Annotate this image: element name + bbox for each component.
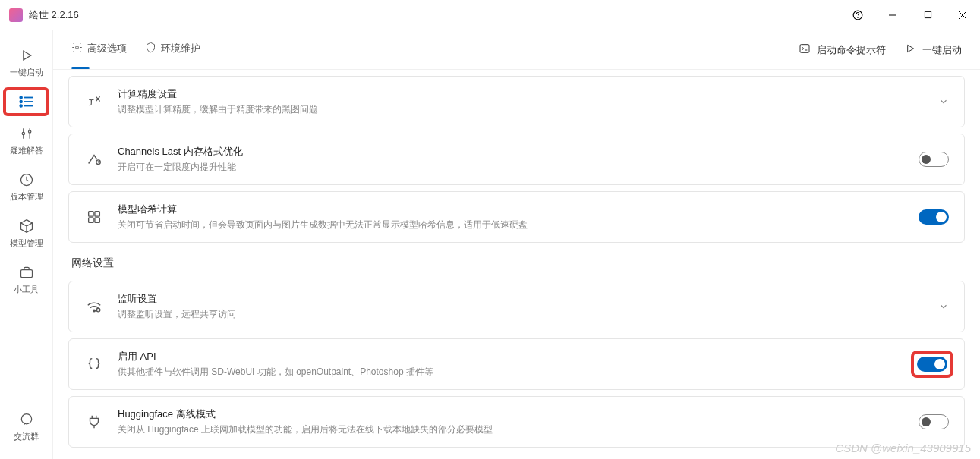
card-listen[interactable]: 监听设置 调整监听设置，远程共享访问 xyxy=(68,281,965,332)
svg-point-26 xyxy=(93,310,96,312)
app-icon xyxy=(9,8,23,22)
exponent-icon xyxy=(84,92,104,112)
hash-icon xyxy=(84,207,104,227)
sidebar-item-label: 版本管理 xyxy=(10,191,43,203)
history-icon xyxy=(18,171,35,188)
terminal-icon xyxy=(799,42,811,57)
chat-icon xyxy=(18,411,35,428)
tab-advanced[interactable]: 高级选项 xyxy=(71,42,127,58)
one-click-launch-button[interactable]: 一键启动 xyxy=(904,42,962,57)
svg-point-13 xyxy=(22,132,24,134)
svg-rect-23 xyxy=(95,212,99,216)
toolbar: 高级选项 环境维护 启动命令提示符 一键启动 xyxy=(53,30,980,70)
svg-point-12 xyxy=(20,105,22,107)
card-title: Huggingface 离线模式 xyxy=(118,407,905,421)
svg-point-10 xyxy=(20,96,22,99)
memory-icon xyxy=(84,149,104,169)
svg-point-18 xyxy=(76,46,79,49)
sidebar-item-label: 交流群 xyxy=(14,431,39,442)
action-label: 一键启动 xyxy=(922,43,962,57)
card-desc: 开启可在一定限度内提升性能 xyxy=(118,161,905,174)
sidebar: 一键启动 疑难解答 版本管理 模型管理 小工具 交流群 xyxy=(0,30,53,459)
tab-label: 高级选项 xyxy=(87,42,127,55)
list-icon xyxy=(18,93,35,110)
svg-point-11 xyxy=(20,101,22,103)
app-title: 绘世 2.2.16 xyxy=(29,8,79,22)
card-title: Channels Last 内存格式优化 xyxy=(118,145,905,159)
tools-icon xyxy=(18,125,35,142)
action-label: 启动命令提示符 xyxy=(817,43,886,57)
svg-rect-19 xyxy=(800,45,809,53)
sidebar-item-version[interactable]: 版本管理 xyxy=(5,167,48,207)
sidebar-item-label: 小工具 xyxy=(14,284,39,295)
minimize-button[interactable] xyxy=(875,0,910,30)
card-title: 启用 API xyxy=(118,350,902,363)
hf-offline-toggle[interactable] xyxy=(919,414,949,429)
card-desc: 关闭可节省启动时间，但会导致页面内与图片生成数据中无法正常显示模型哈希信息，适用… xyxy=(118,218,905,231)
help-button[interactable] xyxy=(840,0,875,30)
gear-icon xyxy=(71,42,83,55)
card-channels-last: Channels Last 内存格式优化 开启可在一定限度内提升性能 xyxy=(68,134,965,185)
sidebar-item-launch[interactable]: 一键启动 xyxy=(5,42,48,83)
open-terminal-button[interactable]: 启动命令提示符 xyxy=(799,42,886,57)
card-api: 启用 API 供其他插件与软件调用 SD-WebUI 功能，如 openOutp… xyxy=(68,338,965,390)
svg-rect-25 xyxy=(95,218,99,222)
card-hf-offline: Huggingface 离线模式 关闭从 Huggingface 上联网加载模型… xyxy=(68,396,965,448)
svg-rect-16 xyxy=(20,270,32,278)
svg-marker-6 xyxy=(23,51,30,60)
close-button[interactable] xyxy=(945,0,980,30)
svg-marker-20 xyxy=(908,45,914,52)
sidebar-item-models[interactable]: 模型管理 xyxy=(5,213,48,253)
hash-toggle[interactable] xyxy=(919,209,949,225)
section-network-title: 网络设置 xyxy=(71,256,965,270)
svg-rect-3 xyxy=(925,11,931,17)
chevron-down-icon xyxy=(938,301,949,312)
card-title: 监听设置 xyxy=(118,292,925,306)
sidebar-item-label: 模型管理 xyxy=(10,237,43,249)
sidebar-item-settings[interactable] xyxy=(5,89,48,115)
svg-rect-22 xyxy=(89,212,93,216)
card-precision[interactable]: 计算精度设置 调整模型计算精度，缓解由于精度带来的黑图问题 xyxy=(68,76,965,127)
plug-icon xyxy=(84,412,104,432)
sidebar-item-troubleshoot[interactable]: 疑难解答 xyxy=(5,121,48,161)
card-desc: 调整监听设置，远程共享访问 xyxy=(118,308,925,321)
svg-point-1 xyxy=(858,17,859,17)
sidebar-item-label: 一键启动 xyxy=(10,67,43,78)
svg-point-14 xyxy=(28,130,30,133)
sidebar-item-tools[interactable]: 小工具 xyxy=(5,259,48,300)
card-desc: 供其他插件与软件调用 SD-WebUI 功能，如 openOutpaint、Ph… xyxy=(118,366,902,379)
svg-rect-24 xyxy=(89,218,93,222)
card-desc: 关闭从 Huggingface 上联网加载模型的功能，启用后将无法在线下载本地缺… xyxy=(118,423,905,436)
card-title: 计算精度设置 xyxy=(118,87,925,101)
toolbox-icon xyxy=(18,264,35,281)
api-toggle[interactable] xyxy=(917,357,947,372)
tab-maintenance[interactable]: 环境维护 xyxy=(145,42,200,58)
sidebar-item-community[interactable]: 交流群 xyxy=(5,407,48,447)
wifi-icon xyxy=(84,297,104,316)
card-title: 模型哈希计算 xyxy=(118,203,905,216)
play-icon xyxy=(18,47,35,64)
tab-label: 环境维护 xyxy=(161,42,200,55)
sidebar-item-label: 疑难解答 xyxy=(10,145,43,156)
svg-point-17 xyxy=(21,414,31,424)
cube-icon xyxy=(18,218,35,234)
play-icon xyxy=(904,42,916,57)
maximize-button[interactable] xyxy=(910,0,945,30)
content: 计算精度设置 调整模型计算精度，缓解由于精度带来的黑图问题 Channels L… xyxy=(53,70,980,459)
card-hash: 模型哈希计算 关闭可节省启动时间，但会导致页面内与图片生成数据中无法正常显示模型… xyxy=(68,191,965,243)
titlebar: 绘世 2.2.16 xyxy=(0,0,980,30)
shield-icon xyxy=(145,42,156,55)
chevron-down-icon xyxy=(938,96,949,107)
braces-icon xyxy=(84,354,104,374)
card-desc: 调整模型计算精度，缓解由于精度带来的黑图问题 xyxy=(118,103,925,116)
channels-last-toggle[interactable] xyxy=(919,152,949,167)
